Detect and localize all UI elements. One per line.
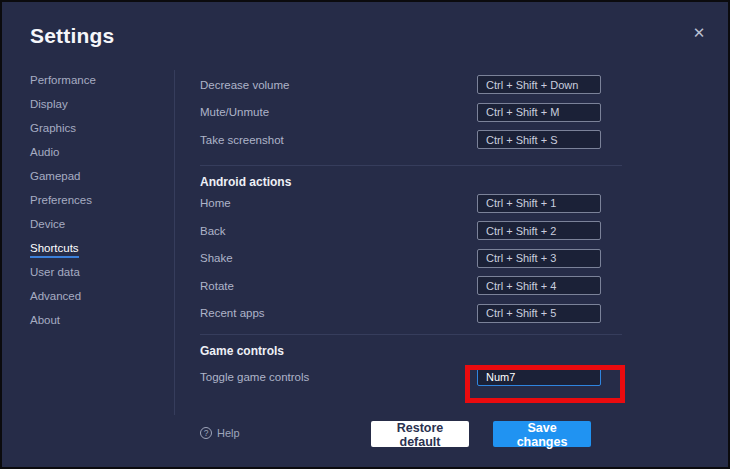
shortcut-label: Mute/Unmute [200, 106, 269, 118]
decrease-volume-input[interactable] [477, 75, 601, 94]
sidebar-item-performance[interactable]: Performance [30, 68, 160, 92]
sidebar-item-preferences[interactable]: Preferences [30, 188, 160, 212]
shortcut-label: Home [200, 197, 231, 209]
close-icon[interactable]: ✕ [688, 22, 710, 44]
restore-default-button[interactable]: Restore default [371, 421, 469, 447]
shortcut-row-recent-apps: Recent apps [200, 300, 622, 328]
recent-apps-input[interactable] [477, 304, 601, 323]
sidebar-item-device[interactable]: Device [30, 212, 160, 236]
mute-unmute-input[interactable] [477, 103, 601, 122]
sidebar-item-graphics[interactable]: Graphics [30, 116, 160, 140]
back-input[interactable] [477, 221, 601, 240]
help-icon: ? [200, 427, 212, 439]
settings-sidebar: Performance Display Graphics Audio Gamep… [30, 68, 160, 332]
sidebar-item-gamepad[interactable]: Gamepad [30, 164, 160, 188]
section-divider [200, 165, 622, 166]
shortcut-row-toggle-game-controls: Toggle game controls [200, 363, 622, 391]
sidebar-item-about[interactable]: About [30, 308, 160, 332]
shake-input[interactable] [477, 249, 601, 268]
shortcut-label: Toggle game controls [200, 371, 309, 383]
android-actions-heading: Android actions [200, 174, 622, 190]
shortcut-row-take-screenshot: Take screenshot [200, 126, 622, 154]
settings-dialog: Settings ✕ Performance Display Graphics … [0, 0, 730, 469]
save-changes-button[interactable]: Save changes [493, 421, 591, 447]
sidebar-item-user-data[interactable]: User data [30, 260, 160, 284]
sidebar-item-shortcuts[interactable]: Shortcuts [30, 236, 160, 260]
home-input[interactable] [477, 194, 601, 213]
toggle-game-controls-input[interactable] [477, 367, 601, 386]
shortcut-row-rotate: Rotate [200, 272, 622, 300]
help-label: Help [217, 427, 240, 439]
shortcut-label: Decrease volume [200, 79, 289, 91]
shortcut-row-home: Home [200, 190, 622, 218]
take-screenshot-input[interactable] [477, 130, 601, 149]
shortcut-row-decrease-volume: Decrease volume [200, 71, 622, 99]
section-divider [200, 334, 622, 335]
shortcut-label: Rotate [200, 280, 234, 292]
shortcut-label: Back [200, 225, 226, 237]
shortcut-row-mute-unmute: Mute/Unmute [200, 99, 622, 127]
shortcut-row-shake: Shake [200, 245, 622, 273]
shortcuts-panel: Decrease volume Mute/Unmute Take screens… [200, 71, 622, 391]
sidebar-divider [174, 70, 175, 415]
shortcut-row-back: Back [200, 217, 622, 245]
help-link[interactable]: ? Help [200, 427, 240, 439]
page-title: Settings [30, 24, 114, 48]
sidebar-item-advanced[interactable]: Advanced [30, 284, 160, 308]
rotate-input[interactable] [477, 276, 601, 295]
sidebar-item-audio[interactable]: Audio [30, 140, 160, 164]
shortcut-label: Take screenshot [200, 134, 284, 146]
game-controls-heading: Game controls [200, 343, 622, 359]
shortcut-label: Shake [200, 252, 233, 264]
sidebar-item-display[interactable]: Display [30, 92, 160, 116]
shortcut-label: Recent apps [200, 307, 265, 319]
dialog-footer: ? Help Restore default Save changes [200, 421, 706, 447]
